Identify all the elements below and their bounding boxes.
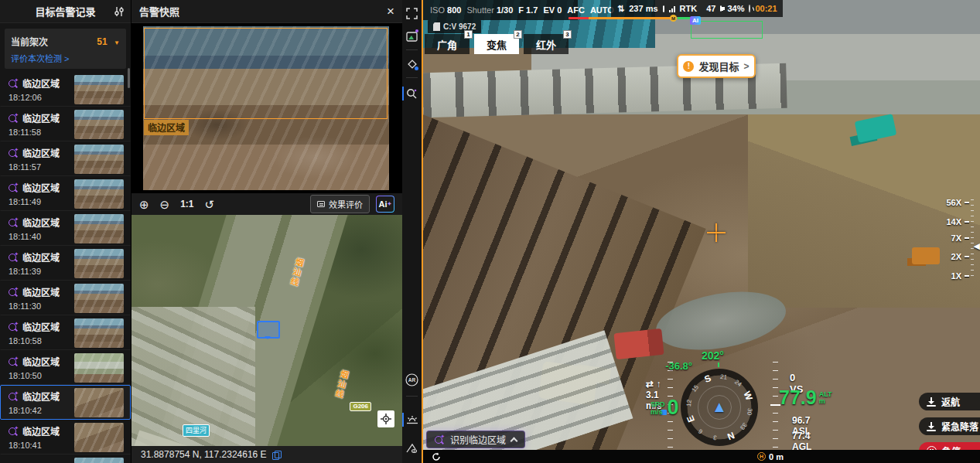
list-item[interactable]: ✦ 临边区域 18:11:40: [0, 211, 131, 246]
speed-readout: SPDm/s 0: [650, 396, 679, 420]
waypoint-icon[interactable]: [402, 54, 422, 74]
ai-recognition-icon[interactable]: [402, 83, 422, 104]
alarm-time: 18:11:49: [9, 197, 60, 206]
snapshot-title: 告警快照: [139, 4, 179, 19]
alarm-time: 18:11:58: [9, 128, 60, 137]
compass: ▲ N36E1215S2124W3033: [681, 369, 758, 446]
alarm-search-icon: ✦: [9, 287, 19, 297]
alarm-thumbnail[interactable]: [74, 458, 124, 463]
gimbal-pitch-value: -36.8°: [641, 360, 692, 372]
compass-mark: 30: [742, 403, 757, 419]
zoom-level-56X[interactable]: 56X: [946, 198, 969, 207]
evaluate-detection-link[interactable]: 评价本次检测 >: [11, 52, 120, 64]
zoom-in-icon[interactable]: ⊕: [139, 199, 149, 210]
alarm-thumbnail[interactable]: [74, 179, 124, 209]
chevron-up-icon: [510, 437, 518, 444]
map-area-marker[interactable]: [257, 321, 280, 339]
sd-card-icon: [433, 22, 440, 31]
screen-icon[interactable]: [663, 5, 664, 12]
clock-icon: [749, 5, 750, 12]
list-item[interactable]: ✦ 临边区域 18:11:57: [0, 141, 131, 176]
alarm-thumbnail[interactable]: [74, 214, 124, 243]
ar-icon[interactable]: AR: [402, 369, 422, 390]
list-item[interactable]: ✦ 临边区域 18:11:49: [0, 176, 131, 211]
hud-overlay: ISO 800 Shutter 1/30 F 1.7 EV 0 AFC AUTO…: [423, 0, 980, 463]
alarm-thumbnail[interactable]: [74, 284, 124, 313]
horizon-display-icon[interactable]: [402, 410, 422, 430]
refresh-icon[interactable]: [432, 452, 441, 461]
zoom-level-2X[interactable]: 2X: [951, 252, 969, 261]
filter-icon[interactable]: [114, 6, 125, 17]
batch-dropdown[interactable]: 51 ▼: [97, 34, 120, 48]
tab-zoom[interactable]: 变焦2: [474, 34, 519, 54]
alarm-thumbnail[interactable]: [74, 423, 124, 452]
media-gallery-icon[interactable]: [402, 26, 422, 46]
list-item[interactable]: ✦ 临边区域 18:10:58: [0, 315, 131, 350]
marker-dot: M: [670, 15, 677, 22]
list-item[interactable]: ✦ 临边区域 18:12:06: [0, 72, 131, 107]
compass-mark: 12: [681, 395, 696, 410]
coordinate-bar: 31.8878754 N, 117.2324616 E: [131, 446, 402, 463]
measure-icon[interactable]: [402, 437, 422, 458]
tab-infrared[interactable]: 红外3: [524, 34, 569, 54]
zoom-ratio-button[interactable]: 1:1: [180, 199, 193, 209]
layout-grid-icon[interactable]: [402, 3, 422, 23]
zoom-level-14X[interactable]: 14X: [946, 217, 969, 226]
alarm-thumbnail[interactable]: [74, 145, 124, 174]
aircraft-icon: ▲: [712, 398, 727, 416]
list-item[interactable]: ✦ 临边区域 18:11:39: [0, 246, 131, 281]
alarm-time: 18:11:30: [9, 301, 60, 311]
divider: [406, 396, 418, 397]
alarm-thumbnail[interactable]: [74, 388, 124, 417]
rtk-label: RTK: [680, 4, 698, 13]
alarm-label: 临边区域: [22, 111, 60, 124]
link-quality-strip: M: [569, 17, 694, 19]
side-toolbar: AR: [402, 0, 422, 463]
alarm-thumbnail[interactable]: [74, 353, 124, 383]
latency-value: 237 ms: [629, 4, 657, 13]
tab-wide-angle[interactable]: 广角1: [425, 34, 470, 54]
list-item[interactable]: ✦ 临边区域 18:11:58: [0, 107, 131, 141]
zoom-level-1X[interactable]: 1X: [951, 271, 969, 281]
alarm-time: 18:11:39: [9, 267, 60, 276]
batch-value: 51: [97, 36, 107, 47]
map-view[interactable]: 烟汕线 烟汕线 四里河 G206: [131, 215, 402, 446]
chevron-right-icon: >: [744, 61, 750, 72]
list-item[interactable]: ✦ 临边区域 18:10:50: [0, 350, 131, 385]
alarm-label: 临边区域: [22, 250, 60, 264]
alarm-thumbnail[interactable]: [74, 110, 124, 139]
list-item[interactable]: ✦ 临边区域 18:11:30: [0, 281, 131, 315]
alarm-search-icon: ✦: [9, 356, 19, 366]
alarm-label: 临边区域: [22, 285, 60, 298]
alarm-search-icon: ✦: [9, 148, 19, 158]
gimbal-crosshair: [707, 223, 726, 242]
emergency-land-button[interactable]: 紧急降落: [919, 417, 980, 435]
ai-enhance-button[interactable]: Ai✦: [376, 196, 394, 213]
zoom-scale-ruler[interactable]: ◀ 56X14X7X2X1X: [943, 195, 980, 284]
list-item[interactable]: ✦ 临边区域 18:10:41: [0, 420, 131, 454]
alarm-time: 18:11:57: [9, 162, 60, 172]
return-home-button[interactable]: 返航: [919, 393, 980, 410]
copy-icon[interactable]: [272, 451, 280, 459]
sidebar-scrollbar[interactable]: [128, 68, 130, 88]
locate-button[interactable]: [377, 410, 394, 427]
list-item[interactable]: ✦ 临边区域 18:10:42: [0, 385, 131, 420]
alarm-thumbnail[interactable]: [74, 249, 124, 278]
list-item[interactable]: ✦ 临边区域: [0, 454, 131, 463]
zoom-level-7X[interactable]: 7X: [951, 233, 969, 243]
zoom-out-icon[interactable]: ⊖: [160, 199, 170, 210]
close-icon[interactable]: ×: [387, 5, 394, 18]
alarm-thumbnail[interactable]: [74, 318, 124, 348]
snapshot-viewer[interactable]: 临边区域: [131, 23, 402, 193]
heading-tick: [718, 363, 719, 367]
coordinates-text: 31.8878754 N, 117.2324616 E: [141, 449, 267, 460]
rotate-reset-icon[interactable]: ↺: [205, 199, 215, 210]
alarm-label: 临边区域: [22, 424, 60, 437]
alarm-thumbnail[interactable]: [74, 75, 124, 104]
storage-chip: C:V 9672: [428, 20, 481, 33]
divider: [406, 77, 418, 78]
recognize-area-pill[interactable]: ✦ 识别临边区域: [426, 431, 525, 448]
alarm-label: 临边区域: [22, 390, 60, 403]
effect-evaluate-button[interactable]: 效果评价: [310, 195, 370, 213]
target-found-button[interactable]: ! 发现目标 >: [677, 54, 756, 78]
